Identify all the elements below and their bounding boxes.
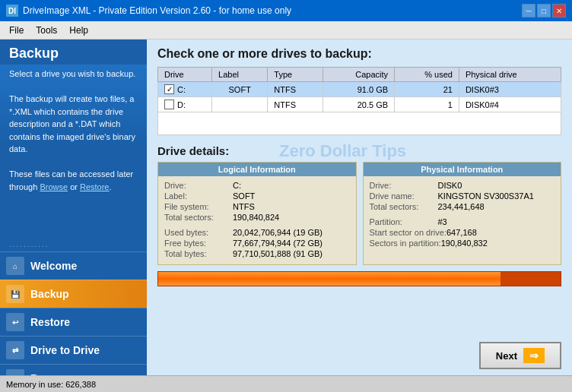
drive-to-drive-label: Drive to Drive bbox=[30, 344, 100, 356]
restore-link[interactable]: Restore bbox=[80, 182, 110, 191]
drive-c-physical: DISK0#3 bbox=[459, 82, 561, 97]
physical-sectors-value: 234,441,648 bbox=[438, 202, 485, 211]
logical-total-row: Total bytes: 97,710,501,888 (91 GB) bbox=[164, 249, 350, 258]
drive-d-checkbox[interactable] bbox=[164, 100, 174, 109]
browse-link[interactable]: Browse bbox=[40, 182, 68, 191]
logical-drive-row: Drive: C: bbox=[164, 181, 350, 190]
logical-sectors-label: Total sectors: bbox=[164, 213, 233, 222]
drive-c-checkbox[interactable] bbox=[164, 84, 174, 94]
col-capacity: Capacity bbox=[323, 68, 394, 82]
sidebar-nav: ⌂ Welcome 💾 Backup ↩ Restore ⇄ Drive to … bbox=[0, 251, 147, 392]
col-type: Type bbox=[268, 68, 323, 82]
next-button[interactable]: Next ⇒ bbox=[479, 342, 561, 369]
drive-d-capacity: 20.5 GB bbox=[323, 97, 394, 112]
main-layout: Backup Select a drive you wish to backup… bbox=[0, 40, 572, 392]
restore-icon: ↩ bbox=[6, 313, 24, 331]
logical-fs-row: File system: NTFS bbox=[164, 202, 350, 211]
drive-d-name: D: bbox=[158, 97, 212, 112]
logical-fs-value: NTFS bbox=[233, 202, 255, 211]
physical-drive-label: Drive: bbox=[370, 181, 438, 190]
drive-d-pct: 1 bbox=[395, 97, 459, 112]
close-button[interactable]: ✕ bbox=[552, 4, 566, 17]
welcome-label: Welcome bbox=[30, 260, 77, 272]
physical-drive-value: DISK0 bbox=[438, 181, 462, 190]
menu-help[interactable]: Help bbox=[63, 24, 94, 37]
watermark-text: Zero Dollar Tips bbox=[279, 141, 406, 161]
drive-icon: ⇄ bbox=[6, 341, 24, 359]
logical-header: Logical Information bbox=[158, 163, 356, 176]
logical-free-label: Free bytes: bbox=[164, 239, 233, 248]
window-controls[interactable]: ─ □ ✕ bbox=[522, 4, 566, 17]
empty-row bbox=[158, 112, 561, 135]
menu-file[interactable]: File bbox=[3, 24, 30, 37]
sidebar-item-welcome[interactable]: ⌂ Welcome bbox=[0, 251, 147, 280]
logical-used-row: Used bytes: 20,042,706,944 (19 GB) bbox=[164, 228, 350, 237]
sidebar-item-drive-to-drive[interactable]: ⇄ Drive to Drive bbox=[0, 336, 147, 364]
drive-table: Drive Label Type Capacity % used Physica… bbox=[157, 67, 561, 135]
physical-partition-row: Partition: #3 bbox=[370, 217, 555, 226]
app-icon: DI bbox=[6, 5, 18, 17]
logical-used-label: Used bytes: bbox=[164, 228, 233, 237]
physical-start-label: Start sector on drive: bbox=[370, 228, 447, 237]
drive-row-c[interactable]: C: SOFT NTFS 91.0 GB 21 DISK0#3 bbox=[158, 82, 561, 97]
maximize-button[interactable]: □ bbox=[537, 4, 551, 17]
physical-sectorsinpart-label: Sectors in partition: bbox=[370, 239, 441, 248]
drive-c-type: NTFS bbox=[268, 82, 323, 97]
drive-details-title: Drive details: Zero Dollar Tips bbox=[157, 144, 561, 157]
or-text: or bbox=[70, 182, 78, 191]
drive-row-d[interactable]: D: NTFS 20.5 GB 1 DISK0#4 bbox=[158, 97, 561, 112]
drive-c-capacity: 91.0 GB bbox=[323, 82, 394, 97]
logical-sectors-value: 190,840,824 bbox=[233, 213, 279, 222]
window-title: DriveImage XML - Private Edition Version… bbox=[23, 5, 522, 16]
status-bar: Memory in use: 626,388 bbox=[0, 375, 572, 392]
logical-sectors-row: Total sectors: 190,840,824 bbox=[164, 213, 350, 222]
physical-sectors-row: Total sectors: 234,441,648 bbox=[370, 202, 555, 211]
logical-drive-value: C: bbox=[233, 181, 241, 190]
sidebar-item-backup[interactable]: 💾 Backup bbox=[0, 280, 147, 308]
col-label: Label bbox=[212, 68, 268, 82]
drive-c-label: SOFT bbox=[212, 82, 268, 97]
sidebar-text-2: The backup will create two files, a *.XM… bbox=[9, 94, 135, 153]
drive-details-section: Drive details: Zero Dollar Tips bbox=[157, 144, 561, 157]
physical-partition-label: Partition: bbox=[370, 217, 438, 226]
details-grid: Logical Information Drive: C: Label: SOF… bbox=[157, 162, 561, 265]
physical-sectorsinpart-value: 190,840,832 bbox=[441, 239, 488, 248]
physical-drivename-value: KINGSTON SV300S37A1 bbox=[438, 191, 534, 201]
physical-sectorsinpart-row: Sectors in partition: 190,840,832 bbox=[370, 239, 555, 248]
sidebar-description: Select a drive you wish to backup. The b… bbox=[0, 65, 147, 237]
sidebar-item-restore[interactable]: ↩ Restore bbox=[0, 308, 147, 336]
physical-start-value: 647,168 bbox=[446, 228, 477, 237]
content-area: Check one or more drives to backup: Driv… bbox=[147, 40, 572, 392]
menu-tools[interactable]: Tools bbox=[30, 24, 63, 37]
restore-label: Restore bbox=[30, 316, 70, 328]
sidebar: Backup Select a drive you wish to backup… bbox=[0, 40, 147, 392]
logical-label-label: Label: bbox=[164, 191, 233, 201]
logical-used-value: 20,042,706,944 (19 GB) bbox=[233, 228, 323, 237]
logical-fs-label: File system: bbox=[164, 202, 233, 211]
drive-d-physical: DISK0#4 bbox=[459, 97, 561, 112]
logical-total-value: 97,710,501,888 (91 GB) bbox=[233, 249, 323, 258]
minimize-button[interactable]: ─ bbox=[522, 4, 535, 17]
physical-header: Physical Information bbox=[364, 163, 561, 176]
physical-drivename-label: Drive name: bbox=[370, 191, 438, 201]
logical-panel: Logical Information Drive: C: Label: SOF… bbox=[157, 162, 357, 265]
drive-c-pct: 21 bbox=[395, 82, 459, 97]
physical-sectors-label: Total sectors: bbox=[370, 202, 438, 211]
check-drives-title: Check one or more drives to backup: bbox=[157, 47, 561, 61]
title-bar: DI DriveImage XML - Private Edition Vers… bbox=[0, 0, 572, 21]
sidebar-dots: ........... bbox=[0, 237, 147, 251]
col-physicaldrive: Physical drive bbox=[459, 68, 561, 82]
sidebar-text-1: Select a drive you wish to backup. bbox=[9, 69, 135, 78]
sidebar-header: Backup bbox=[0, 40, 147, 65]
next-label: Next bbox=[496, 350, 517, 362]
drive-d-label bbox=[212, 97, 268, 112]
logical-label-row: Label: SOFT bbox=[164, 191, 350, 201]
col-drive: Drive bbox=[158, 68, 212, 82]
logical-label-value: SOFT bbox=[233, 191, 255, 201]
physical-drive-row: Drive: DISK0 bbox=[370, 181, 555, 190]
memory-status: Memory in use: 626,388 bbox=[6, 380, 96, 389]
logical-free-value: 77,667,794,944 (72 GB) bbox=[233, 239, 323, 248]
drive-d-type: NTFS bbox=[268, 97, 323, 112]
next-arrow-icon: ⇒ bbox=[523, 348, 545, 363]
physical-panel: Physical Information Drive: DISK0 Drive … bbox=[363, 162, 562, 265]
